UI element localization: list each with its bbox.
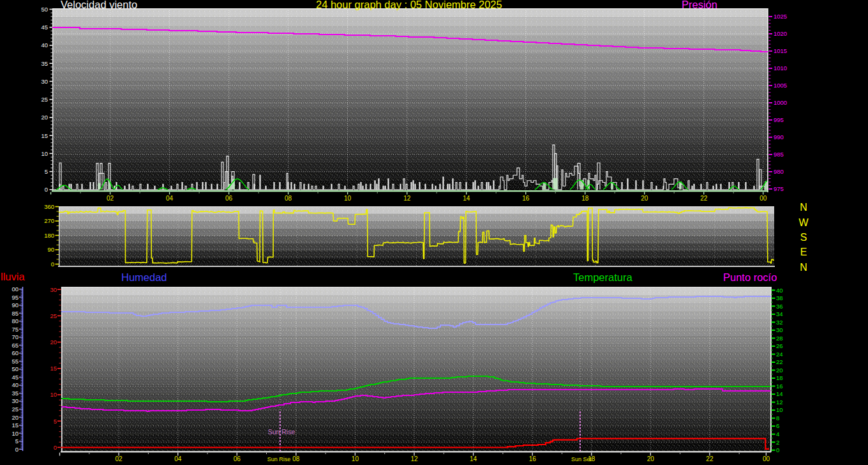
svg-text:95: 95 (11, 294, 19, 301)
svg-text:1025: 1025 (774, 13, 787, 20)
svg-text:04: 04 (174, 455, 182, 462)
svg-text:12: 12 (776, 399, 783, 406)
svg-text:1005: 1005 (774, 82, 787, 89)
svg-text:Humedad: Humedad (121, 271, 167, 283)
svg-text:90: 90 (11, 301, 19, 309)
svg-text:10: 10 (41, 150, 48, 157)
svg-text:08: 08 (292, 455, 300, 462)
svg-text:14: 14 (463, 195, 470, 202)
svg-text:5: 5 (45, 168, 48, 175)
svg-text:80: 80 (11, 317, 19, 324)
svg-text:S: S (800, 232, 807, 243)
svg-text:12: 12 (403, 195, 411, 202)
svg-text:30: 30 (50, 286, 57, 293)
svg-text:10: 10 (344, 195, 352, 202)
svg-text:20: 20 (41, 114, 48, 121)
svg-text:60: 60 (11, 349, 19, 356)
svg-text:1000: 1000 (774, 99, 787, 106)
svg-text:995: 995 (774, 116, 784, 123)
svg-text:15: 15 (11, 422, 19, 429)
svg-text:30: 30 (41, 78, 48, 85)
svg-text:20: 20 (50, 339, 57, 346)
svg-text:70: 70 (11, 333, 19, 340)
svg-text:990: 990 (774, 133, 784, 141)
svg-text:02: 02 (107, 195, 114, 202)
svg-text:28: 28 (776, 335, 783, 342)
svg-text:22: 22 (706, 455, 714, 462)
svg-text:360: 360 (44, 203, 54, 210)
svg-text:16: 16 (522, 195, 530, 202)
svg-text:20: 20 (641, 195, 648, 202)
svg-text:65: 65 (11, 342, 19, 349)
svg-text:985: 985 (774, 151, 784, 158)
svg-text:30: 30 (776, 326, 783, 333)
svg-text:lluvia: lluvia (1, 271, 25, 282)
svg-text:40: 40 (776, 287, 783, 294)
svg-text:90: 90 (47, 246, 54, 253)
svg-text:Sun Rise: Sun Rise (268, 428, 296, 436)
svg-text:55: 55 (11, 358, 19, 365)
svg-text:1010: 1010 (774, 65, 787, 72)
svg-text:00: 00 (11, 286, 19, 293)
svg-text:0: 0 (15, 446, 19, 453)
svg-text:50: 50 (41, 6, 48, 13)
svg-text:06: 06 (225, 195, 233, 202)
svg-text:4: 4 (776, 431, 779, 438)
svg-text:26: 26 (776, 342, 783, 349)
svg-text:0: 0 (51, 261, 54, 268)
svg-text:50: 50 (11, 365, 19, 372)
svg-text:5: 5 (15, 438, 19, 445)
svg-text:24 hour graph day : 05 Noviemb: 24 hour graph day : 05 Noviembre 2025 (316, 0, 502, 10)
svg-text:0: 0 (776, 446, 779, 454)
svg-text:16: 16 (529, 455, 537, 462)
svg-text:25: 25 (41, 96, 48, 103)
svg-text:15: 15 (41, 132, 48, 139)
svg-text:22: 22 (776, 358, 783, 365)
svg-text:36: 36 (776, 303, 783, 310)
svg-text:Sun Set: Sun Set (571, 456, 592, 462)
svg-text:5: 5 (54, 418, 57, 425)
svg-text:975: 975 (774, 185, 784, 192)
svg-text:35: 35 (41, 60, 48, 67)
svg-text:08: 08 (285, 195, 292, 202)
svg-text:10: 10 (50, 391, 57, 398)
svg-text:Sun Rise: Sun Rise (267, 456, 291, 462)
svg-text:45: 45 (41, 24, 48, 31)
svg-text:180: 180 (44, 232, 54, 239)
svg-text:8: 8 (776, 415, 779, 422)
svg-text:16: 16 (776, 383, 783, 390)
svg-text:35: 35 (11, 390, 19, 397)
svg-text:270: 270 (44, 217, 54, 224)
svg-text:25: 25 (11, 406, 19, 413)
svg-text:10: 10 (776, 406, 783, 413)
svg-text:10: 10 (352, 455, 359, 462)
svg-text:40: 40 (11, 381, 19, 388)
svg-text:85: 85 (11, 310, 19, 317)
svg-text:06: 06 (234, 455, 241, 462)
svg-text:75: 75 (11, 326, 19, 333)
svg-text:Presión: Presión (682, 0, 717, 10)
svg-text:20: 20 (11, 414, 19, 421)
svg-text:24: 24 (776, 351, 783, 358)
svg-text:15: 15 (50, 365, 57, 372)
svg-text:14: 14 (470, 455, 477, 462)
svg-text:N: N (800, 202, 807, 213)
svg-text:20: 20 (776, 367, 783, 374)
svg-text:34: 34 (776, 310, 783, 317)
svg-text:Punto rocío: Punto rocío (723, 271, 777, 283)
svg-text:1015: 1015 (774, 47, 787, 54)
svg-text:00: 00 (763, 455, 770, 462)
svg-text:6: 6 (776, 422, 779, 429)
svg-text:E: E (800, 247, 807, 257)
svg-text:25: 25 (50, 312, 57, 319)
svg-text:18: 18 (581, 195, 589, 202)
svg-text:2: 2 (776, 439, 779, 446)
svg-text:45: 45 (11, 374, 19, 381)
svg-text:0: 0 (54, 444, 57, 451)
svg-text:12: 12 (410, 455, 418, 462)
svg-text:10: 10 (11, 430, 19, 437)
svg-text:30: 30 (11, 397, 19, 404)
svg-text:980: 980 (774, 168, 784, 175)
svg-text:22: 22 (700, 195, 708, 202)
svg-text:W: W (798, 217, 809, 228)
